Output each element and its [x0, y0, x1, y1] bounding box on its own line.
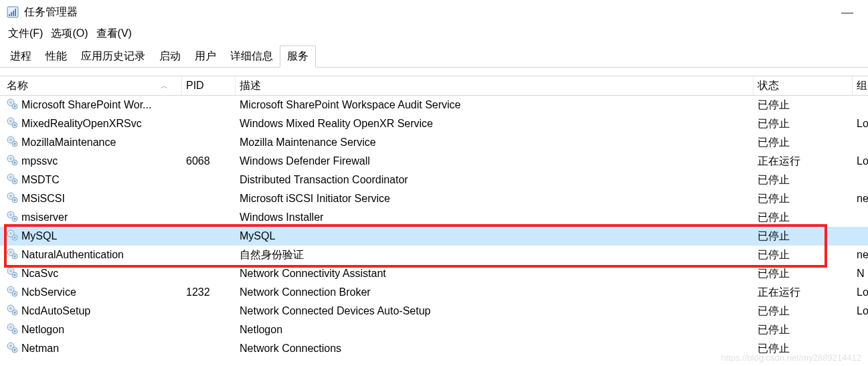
service-name: Netlogon [21, 324, 64, 336]
service-description: Network Connections [236, 339, 754, 358]
svg-rect-36 [14, 236, 16, 238]
service-description: Network Connectivity Assistant [236, 264, 754, 283]
service-name: NcbService [21, 286, 76, 298]
service-name: mpssvc [21, 155, 58, 167]
svg-rect-24 [14, 180, 16, 182]
table-row[interactable]: NcaSvc Network Connectivity Assistant 已停… [0, 264, 868, 283]
service-description: Network Connected Devices Auto-Setup [236, 302, 754, 321]
svg-point-14 [9, 139, 12, 141]
svg-rect-56 [14, 330, 16, 332]
table-row[interactable]: NcdAutoSetup Network Connected Devices A… [0, 302, 868, 321]
service-pid: 6068 [182, 152, 236, 171]
service-pid [182, 189, 236, 208]
table-row[interactable]: NaturalAuthentication 自然身份验证 已停止 ne [0, 246, 868, 264]
service-description: 自然身份验证 [236, 246, 754, 264]
svg-point-42 [9, 270, 12, 272]
service-name: MixedRealityOpenXRSvc [21, 118, 142, 130]
service-pid [182, 246, 236, 264]
tab-performance[interactable]: 性能 [38, 45, 74, 68]
column-header-group[interactable]: 组 [853, 76, 868, 95]
menu-file[interactable]: 文件(F) [8, 27, 43, 41]
svg-rect-32 [14, 217, 16, 219]
table-row[interactable]: Netlogon Netlogon 已停止 [0, 321, 868, 339]
tab-users[interactable]: 用户 [187, 45, 224, 68]
service-group: Lo [853, 114, 868, 133]
service-pid [182, 264, 236, 283]
service-status: 已停止 [754, 227, 853, 246]
table-row[interactable]: msiserver Windows Installer 已停止 [0, 208, 868, 227]
tab-processes[interactable]: 进程 [3, 45, 39, 68]
svg-rect-60 [14, 349, 16, 351]
column-header-pid[interactable]: PID [182, 76, 236, 95]
svg-rect-16 [14, 143, 16, 145]
tab-details[interactable]: 详细信息 [223, 45, 280, 68]
table-row[interactable]: MSDTC Distributed Transaction Coordinato… [0, 171, 868, 189]
svg-rect-20 [14, 161, 16, 163]
table-row[interactable]: mpssvc 6068 Windows Defender Firewall 正在… [0, 152, 868, 171]
service-description: Windows Mixed Reality OpenXR Service [236, 114, 754, 133]
service-status: 正在运行 [754, 283, 853, 302]
svg-rect-2 [11, 12, 12, 16]
watermark-text: https://blog.csdn.net/my2889214412 [721, 353, 861, 358]
service-icon [7, 211, 18, 225]
service-description: Microsoft SharePoint Workspace Audit Ser… [236, 96, 754, 114]
menu-options[interactable]: 选项(O) [51, 27, 88, 41]
column-header-description[interactable]: 描述 [236, 76, 754, 95]
service-status: 已停止 [754, 208, 853, 227]
tab-services[interactable]: 服务 [280, 45, 316, 68]
table-row[interactable]: MySQL MySQL 已停止 [0, 227, 868, 246]
service-description: Distributed Transaction Coordinator [236, 171, 754, 189]
service-icon [7, 286, 18, 300]
svg-point-50 [9, 307, 12, 310]
menu-view[interactable]: 查看(V) [96, 27, 132, 41]
service-pid [182, 96, 236, 114]
column-header-name[interactable]: 名称 ︿ [0, 76, 182, 95]
service-name: MozillaMaintenance [21, 136, 116, 149]
service-status: 已停止 [754, 133, 853, 152]
title-bar[interactable]: 任务管理器 — [0, 0, 868, 24]
svg-rect-3 [13, 11, 14, 16]
svg-rect-8 [14, 105, 16, 107]
service-description: Microsoft iSCSI Initiator Service [236, 189, 754, 208]
service-name: Microsoft SharePoint Wor... [21, 99, 151, 111]
services-table: 名称 ︿ PID 描述 状态 组 Microsoft SharePoint Wo… [0, 76, 868, 358]
table-row[interactable]: MixedRealityOpenXRSvc Windows Mixed Real… [0, 114, 868, 133]
table-row[interactable]: MozillaMaintenance Mozilla Maintenance S… [0, 133, 868, 152]
table-row[interactable]: MSiSCSI Microsoft iSCSI Initiator Servic… [0, 189, 868, 208]
minimize-button[interactable]: — [833, 5, 861, 19]
service-icon [7, 267, 18, 281]
tab-app-history[interactable]: 应用历史记录 [74, 45, 153, 68]
service-icon [7, 136, 18, 150]
service-description: Windows Installer [236, 208, 754, 227]
service-status: 已停止 [754, 96, 853, 114]
service-icon [7, 342, 18, 356]
svg-point-38 [9, 251, 12, 254]
tab-startup[interactable]: 启动 [152, 45, 188, 68]
table-row[interactable]: NcbService 1232 Network Connection Broke… [0, 283, 868, 302]
service-icon [7, 323, 18, 337]
service-status: 已停止 [754, 264, 853, 283]
service-group: Lo [853, 152, 868, 171]
column-header-status[interactable]: 状态 [754, 76, 853, 95]
service-icon [7, 173, 18, 187]
svg-rect-40 [14, 255, 16, 257]
service-description: Network Connection Broker [236, 283, 754, 302]
svg-point-58 [9, 345, 12, 347]
service-name: MSiSCSI [21, 193, 65, 205]
task-manager-icon [7, 6, 19, 18]
service-group: N [853, 264, 868, 283]
tab-bar: 进程 性能 应用历史记录 启动 用户 详细信息 服务 [0, 45, 868, 68]
service-group: Lo [853, 283, 868, 302]
svg-point-6 [9, 101, 12, 104]
service-pid [182, 321, 236, 339]
service-pid [182, 133, 236, 152]
table-body: Microsoft SharePoint Wor... Microsoft Sh… [0, 96, 868, 358]
service-group: ne [853, 189, 868, 208]
service-pid [182, 208, 236, 227]
service-icon [7, 230, 18, 244]
table-row[interactable]: Microsoft SharePoint Wor... Microsoft Sh… [0, 96, 868, 114]
svg-rect-1 [9, 14, 10, 16]
service-pid [182, 171, 236, 189]
service-description: Netlogon [236, 321, 754, 339]
service-description: MySQL [236, 227, 754, 246]
